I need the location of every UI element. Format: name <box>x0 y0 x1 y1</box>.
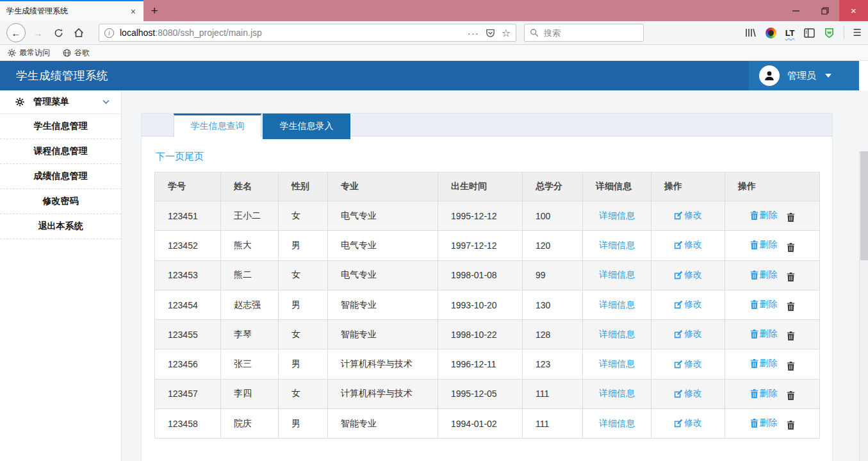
sidebar-item[interactable]: 学生信息管理 <box>0 114 121 139</box>
tab-student-entry[interactable]: 学生信息录入 <box>263 113 350 139</box>
content-area: 管理菜单 学生信息管理课程信息管理成绩信息管理修改密码退出本系统 学生信息查询 … <box>0 90 868 461</box>
trash-icon-button[interactable] <box>787 331 795 340</box>
next-page-link[interactable]: 下一页 <box>156 151 184 162</box>
table-row: 123453熊二女电气专业1998-01-0899详细信息修改删除 <box>155 260 820 290</box>
user-menu[interactable]: 管理员 <box>749 61 859 90</box>
edit-link[interactable]: 修改 <box>674 239 702 251</box>
sidebars-icon[interactable] <box>804 28 815 38</box>
trash-icon <box>750 271 758 280</box>
column-header: 姓名 <box>221 172 279 201</box>
delete-link[interactable]: 删除 <box>750 210 778 221</box>
edit-link[interactable]: 修改 <box>674 358 702 370</box>
cell-gender: 女 <box>279 260 328 290</box>
cell-delete: 删除 <box>725 290 820 319</box>
trash-icon-button[interactable] <box>787 421 795 430</box>
cell-name: 张三 <box>221 349 279 379</box>
cell-name: 赵志强 <box>221 290 279 319</box>
last-page-link[interactable]: 尾页 <box>184 151 204 162</box>
detail-link[interactable]: 详细信息 <box>599 210 635 222</box>
delete-link[interactable]: 删除 <box>750 388 778 399</box>
bookmark-most-visited[interactable]: 最常访问 <box>8 47 50 58</box>
cell-edit: 修改 <box>651 260 725 290</box>
sidebar-menu-header[interactable]: 管理菜单 <box>0 90 121 114</box>
sidebar-item[interactable]: 退出本系统 <box>0 214 121 239</box>
sidebar-item[interactable]: 成绩信息管理 <box>0 164 121 189</box>
cell-name: 李琴 <box>221 320 279 349</box>
back-icon[interactable]: ← <box>6 23 26 42</box>
delete-link[interactable]: 删除 <box>750 417 778 429</box>
trash-icon-button[interactable] <box>787 272 795 281</box>
browser-tab[interactable]: 学生成绩管理系统 × <box>0 0 143 21</box>
delete-link[interactable]: 删除 <box>750 358 778 369</box>
delete-link[interactable]: 删除 <box>750 299 778 310</box>
restore-button[interactable] <box>810 0 839 21</box>
url-bar[interactable]: i localhost:8080/ssh_project/main.jsp ··… <box>99 24 516 42</box>
scrollbar-thumb[interactable] <box>860 151 868 260</box>
home-icon[interactable] <box>70 24 87 41</box>
trash-icon-button[interactable] <box>787 391 795 400</box>
bookmark-google[interactable]: 谷歌 <box>63 47 90 58</box>
menu-icon[interactable]: ☰ <box>853 27 862 38</box>
detail-link[interactable]: 详细信息 <box>599 299 635 311</box>
reload-icon[interactable] <box>50 24 67 41</box>
cell-credits: 128 <box>523 320 583 349</box>
detail-link[interactable]: 详细信息 <box>599 358 635 370</box>
edit-link[interactable]: 修改 <box>674 299 702 310</box>
edit-link[interactable]: 修改 <box>674 210 702 221</box>
trash-icon-button[interactable] <box>787 213 795 222</box>
cell-name: 王小二 <box>221 201 279 231</box>
column-header: 专业 <box>328 172 438 201</box>
sidebar-item[interactable]: 课程信息管理 <box>0 139 121 164</box>
delete-link[interactable]: 删除 <box>750 239 778 251</box>
forward-icon[interactable]: → <box>29 28 46 38</box>
sidebar-item[interactable]: 修改密码 <box>0 189 121 214</box>
cell-major: 智能专业 <box>328 320 438 349</box>
cell-detail: 详细信息 <box>583 290 651 319</box>
detail-link[interactable]: 详细信息 <box>599 240 635 251</box>
detail-link[interactable]: 详细信息 <box>599 388 635 399</box>
library-icon[interactable] <box>745 28 757 38</box>
sidebar-menu: 学生信息管理课程信息管理成绩信息管理修改密码退出本系统 <box>0 114 121 239</box>
edit-link[interactable]: 修改 <box>674 388 702 399</box>
search-box[interactable] <box>524 24 644 42</box>
detail-link[interactable]: 详细信息 <box>599 418 635 430</box>
pocket-icon[interactable] <box>486 28 495 38</box>
url-text[interactable]: localhost:8080/ssh_project/main.jsp <box>120 28 468 38</box>
edit-icon <box>674 271 683 280</box>
cell-detail: 详细信息 <box>583 379 651 408</box>
minimize-button[interactable] <box>782 0 810 21</box>
table-row: 123455李琴女智能专业1998-10-22128详细信息修改删除 <box>155 320 820 349</box>
scrollbar[interactable] <box>859 151 868 461</box>
cell-detail: 详细信息 <box>583 260 651 290</box>
globe-icon <box>63 49 71 57</box>
site-info-icon[interactable]: i <box>104 28 114 38</box>
screenshot-extension-icon[interactable] <box>766 28 776 38</box>
edit-link[interactable]: 修改 <box>674 417 702 429</box>
bookmark-star-icon[interactable]: ☆ <box>502 27 511 39</box>
languagetool-icon[interactable]: LT <box>785 28 795 38</box>
cell-name: 院庆 <box>221 409 279 439</box>
page-actions-icon[interactable]: ··· <box>468 28 479 38</box>
tab-student-query[interactable]: 学生信息查询 <box>174 113 261 137</box>
close-button[interactable]: × <box>839 0 868 21</box>
delete-link[interactable]: 删除 <box>750 269 778 281</box>
edit-link[interactable]: 修改 <box>674 269 702 281</box>
trash-icon <box>750 211 758 220</box>
cell-student-id: 123452 <box>155 231 221 260</box>
delete-link[interactable]: 删除 <box>750 328 778 340</box>
trash-icon <box>750 359 758 368</box>
trash-icon-button[interactable] <box>787 302 795 311</box>
trash-icon-button[interactable] <box>787 243 795 252</box>
tab-close-icon[interactable]: × <box>128 6 138 17</box>
trash-icon-button[interactable] <box>787 362 795 371</box>
search-input[interactable] <box>544 28 627 38</box>
detail-link[interactable]: 详细信息 <box>599 329 635 340</box>
cell-birth-date: 1994-01-02 <box>438 409 523 439</box>
new-tab-button[interactable]: + <box>143 0 165 21</box>
cell-name: 李四 <box>221 379 279 408</box>
student-table-body: 123451王小二女电气专业1995-12-12100详细信息修改删除12345… <box>155 201 820 439</box>
userscript-extension-icon[interactable] <box>824 28 835 38</box>
detail-link[interactable]: 详细信息 <box>599 269 635 281</box>
edit-link[interactable]: 修改 <box>674 328 702 340</box>
column-header: 操作 <box>651 172 725 201</box>
